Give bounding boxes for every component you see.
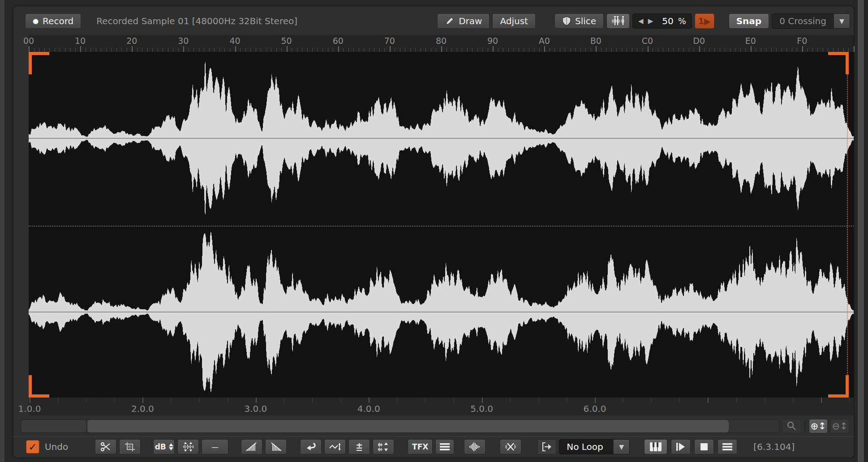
play-options-button[interactable] (718, 439, 737, 454)
slice-button[interactable]: Slice (554, 13, 604, 29)
ruler-tick (848, 48, 849, 52)
fade-out-button[interactable] (265, 439, 287, 454)
autoseek-button[interactable]: 1▶ (695, 13, 714, 29)
ruler-tick (70, 48, 70, 52)
ruler-tick (585, 48, 586, 52)
ruler-tick (472, 48, 473, 52)
reverse-button[interactable] (300, 439, 322, 454)
ruler-tick (58, 398, 58, 403)
ruler-tick (730, 48, 730, 52)
ruler-tick (544, 46, 545, 52)
tfx-label: TFX (412, 442, 428, 451)
tfx-menu-button[interactable] (435, 439, 454, 454)
ruler-tick (627, 48, 627, 52)
zoom-in-vertical-button[interactable]: ⊕↕ (809, 419, 828, 433)
ruler-label: D0 (693, 36, 705, 46)
ruler-label: 4.0.0 (357, 403, 380, 414)
keyboard-focus-button[interactable] (644, 439, 667, 454)
ruler-tick (228, 398, 228, 403)
ruler-tick (519, 48, 519, 52)
crossfade-button[interactable] (500, 439, 521, 454)
ruler-tick (90, 48, 91, 52)
play-icon (676, 442, 686, 451)
sample-editor-panel: ● Record Recorded Sample 01 [48000Hz 32B… (13, 5, 855, 458)
snap-mode-dropdown[interactable]: 0 Crossing ▼ (772, 13, 850, 29)
render-sample-button[interactable] (464, 439, 486, 454)
loop-release-button[interactable] (537, 439, 556, 454)
dropdown-button[interactable]: ▼ (613, 440, 629, 454)
scrollbar-thumb[interactable] (87, 420, 729, 432)
ruler-tick (828, 48, 828, 52)
chevron-down-icon: ▼ (839, 17, 844, 25)
draw-button[interactable]: Draw (437, 13, 490, 29)
smooth-button[interactable] (324, 439, 346, 454)
scrollbar-left-segment[interactable] (21, 420, 87, 432)
slice-markers-button[interactable] (606, 13, 630, 29)
record-button[interactable]: ● Record (25, 13, 81, 29)
zoom-out-vertical-button[interactable]: ⊖↕ (830, 419, 849, 433)
step-value[interactable]: 50 (662, 16, 673, 26)
ruler-tick (111, 48, 112, 52)
dash-icon: — (211, 443, 219, 451)
zoom-selection-button[interactable] (782, 419, 801, 433)
ruler-tick (199, 48, 199, 52)
ruler-tick (425, 398, 425, 403)
crop-button[interactable] (119, 439, 141, 454)
step-prev-arrow[interactable]: ◀ (638, 17, 644, 25)
ruler-tick (333, 48, 333, 52)
step-next-arrow[interactable]: ▶ (648, 17, 653, 25)
ruler-tick (312, 398, 313, 403)
bottom-ruler[interactable]: 1.0.02.0.03.0.04.0.05.0.06.0.0 (29, 398, 854, 415)
scissors-icon (100, 442, 111, 452)
loop-mode-dropdown[interactable]: No Loop ▼ (559, 439, 630, 454)
stop-button[interactable] (694, 439, 714, 454)
ruler-tick (29, 46, 30, 52)
divider (804, 420, 805, 432)
selection-corner-top-right[interactable] (828, 52, 849, 74)
ruler-tick (204, 48, 204, 52)
ruler-tick (86, 48, 86, 52)
ruler-tick (821, 398, 822, 403)
play-sample-button[interactable] (671, 439, 691, 454)
ruler-tick (353, 48, 354, 52)
selection-end-line[interactable] (847, 52, 848, 398)
ruler-tick (256, 398, 257, 403)
ruler-tick (623, 398, 623, 403)
ruler-tick (415, 48, 416, 52)
waveform-canvas[interactable] (29, 52, 854, 398)
ruler-tick (833, 48, 834, 52)
ruler-tick (683, 48, 684, 52)
normalize-button[interactable] (177, 439, 199, 454)
ruler-label: 80 (436, 36, 447, 46)
selection-corner-top-left[interactable] (29, 52, 49, 74)
vertical-scrollbar[interactable] (857, 0, 864, 462)
top-ruler[interactable]: 00102030405060708090A0B0C0D0E0F0 (29, 35, 854, 52)
horizontal-scrollbar[interactable] (21, 419, 779, 433)
adjust-button[interactable]: Adjust (492, 13, 536, 29)
ruler-tick (595, 398, 596, 403)
cut-button[interactable] (95, 439, 116, 454)
dc-offset-button[interactable]: — (202, 439, 228, 454)
fade-in-button[interactable] (241, 439, 262, 454)
dropdown-button[interactable]: ▼ (834, 14, 850, 28)
ruler-tick (348, 48, 349, 52)
ruler-tick (271, 48, 271, 52)
loop-mode-value: No Loop (559, 441, 613, 452)
ruler-tick (114, 398, 115, 403)
selection-corner-bottom-right[interactable] (828, 375, 849, 398)
tfx-button[interactable]: TFX (408, 439, 433, 454)
ruler-tick (708, 398, 709, 403)
phase-invert-button[interactable]: ± (348, 439, 370, 454)
ruler-tick (312, 48, 313, 52)
swap-channels-button[interactable] (373, 439, 394, 454)
ruler-tick (425, 48, 426, 52)
ruler-label: 3.0.0 (244, 403, 267, 414)
adjust-volume-button[interactable]: dB (153, 439, 175, 454)
undo-checkbox[interactable]: ✓ (26, 440, 39, 453)
ruler-tick (786, 48, 787, 52)
selection-corner-bottom-left[interactable] (29, 375, 49, 398)
record-icon: ● (33, 18, 39, 25)
ruler-tick (397, 398, 397, 403)
snap-button[interactable]: Snap (729, 13, 769, 29)
ruler-tick (173, 48, 173, 52)
